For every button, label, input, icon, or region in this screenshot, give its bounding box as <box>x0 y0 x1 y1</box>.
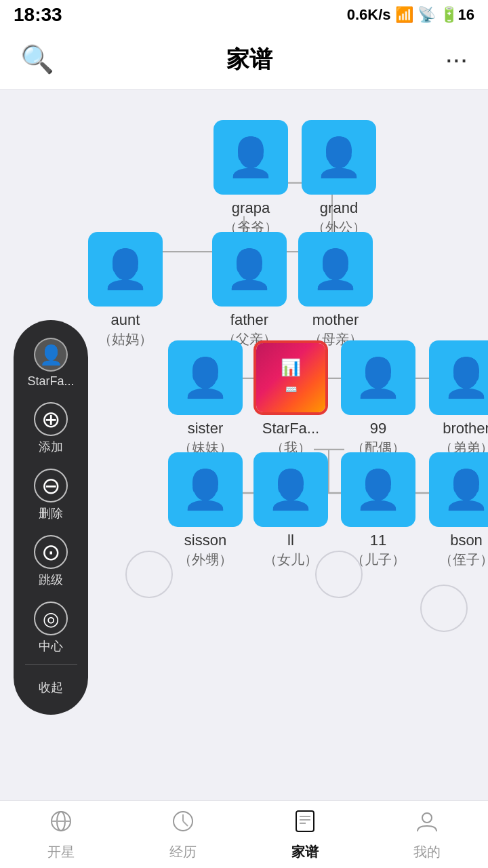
add-icon: ⊕ <box>34 402 68 436</box>
tab-jingji[interactable]: 经历 <box>122 808 244 861</box>
label-99: 99 （配偶） <box>351 419 405 456</box>
center-icon: ◎ <box>34 601 68 635</box>
tab-kaixin-label: 开星 <box>47 843 75 861</box>
tab-bar: 开星 经历 家谱 我的 <box>0 800 488 868</box>
tab-wode-label: 我的 <box>413 843 441 861</box>
status-bar: 18:33 0.6K/s 📶 📡 🔋16 <box>0 0 488 30</box>
avatar-11: 👤 <box>341 452 415 527</box>
user-avatar-icon: 👤 <box>34 338 68 372</box>
tab-jiapu-label: 家谱 <box>291 843 319 861</box>
avatar-grand: 👤 <box>302 120 376 195</box>
node-starfa[interactable]: 📊⌨️ StarFa... （我） <box>253 340 328 456</box>
label-grand: grand （外公） <box>312 199 366 236</box>
node-grapa[interactable]: 👤 grapa （爷爷） <box>214 120 288 236</box>
label-starfa: StarFa... （我） <box>262 419 319 456</box>
node-sister[interactable]: 👤 sister （妹妹） <box>168 340 243 456</box>
sidebar-delete-label: 删除 <box>39 505 63 521</box>
svg-point-31 <box>422 813 432 823</box>
status-time: 18:33 <box>14 4 62 26</box>
status-speed: 0.6K/s <box>347 6 391 24</box>
avatar-aunt: 👤 <box>88 232 163 307</box>
more-button[interactable]: ··· <box>445 44 468 75</box>
delete-icon: ⊖ <box>34 469 68 502</box>
sidebar-user-label: StarFa... <box>27 374 74 389</box>
avatar-ll: 👤 <box>253 452 328 527</box>
node-99[interactable]: 👤 99 （配偶） <box>341 340 415 456</box>
sidebar-center-label: 中心 <box>39 638 63 654</box>
sidebar-collapse-button[interactable]: 收起 <box>14 667 88 708</box>
avatar-sisson: 👤 <box>168 452 243 527</box>
avatar-starfa: 📊⌨️ <box>253 340 328 415</box>
node-brother[interactable]: 👤 brother （弟弟） <box>429 340 488 456</box>
sidebar-add-label: 添加 <box>39 439 63 455</box>
label-sister: sister （妹妹） <box>178 419 232 456</box>
tab-jiapu[interactable]: 家谱 <box>244 808 366 861</box>
sidebar-delete-button[interactable]: ⊖ 删除 <box>14 462 88 528</box>
sidebar-collapse-label: 收起 <box>39 674 63 701</box>
label-grapa: grapa （爷爷） <box>224 199 278 236</box>
sidebar-add-button[interactable]: ⊕ 添加 <box>14 395 88 462</box>
label-brother: brother （弟弟） <box>439 419 488 456</box>
page-title: 家谱 <box>226 44 272 75</box>
node-aunt[interactable]: 👤 aunt （姑妈） <box>88 232 163 348</box>
avatar-father: 👤 <box>212 232 287 307</box>
avatar-mother: 👤 <box>298 232 373 307</box>
sidebar-jump-button[interactable]: ⊙ 跳级 <box>14 528 88 595</box>
sidebar-user[interactable]: 👤 StarFa... <box>14 331 88 395</box>
wifi-icon: 📡 <box>418 6 436 24</box>
jingji-icon <box>170 808 196 840</box>
svg-rect-27 <box>296 811 314 831</box>
node-grand[interactable]: 👤 grand （外公） <box>302 120 376 236</box>
wode-icon <box>414 808 440 840</box>
battery-icon: 🔋16 <box>440 6 474 24</box>
main-content: 👤 grapa （爷爷） 👤 grand （外公） 👤 aunt （姑妈） 👤 <box>0 90 488 802</box>
status-right: 0.6K/s 📶 📡 🔋16 <box>347 6 474 24</box>
node-father[interactable]: 👤 father （父亲） <box>212 232 287 348</box>
search-button[interactable]: 🔍 <box>20 43 54 75</box>
bottom-circle-1 <box>125 551 173 598</box>
svg-line-26 <box>183 821 188 826</box>
avatar-bson: 👤 <box>429 452 488 527</box>
avatar-grapa: 👤 <box>214 120 288 195</box>
jump-icon: ⊙ <box>34 535 68 569</box>
bottom-circle-3 <box>420 585 468 632</box>
avatar-99: 👤 <box>341 340 415 415</box>
bottom-circle-2 <box>315 551 363 598</box>
jiapu-icon <box>292 808 318 840</box>
sidebar-jump-label: 跳级 <box>39 572 63 588</box>
tab-jingji-label: 经历 <box>169 843 197 861</box>
avatar-sister: 👤 <box>168 340 243 415</box>
header: 🔍 家谱 ··· <box>0 30 488 90</box>
label-aunt: aunt （姑妈） <box>98 311 152 348</box>
kaixin-icon <box>48 808 74 840</box>
tab-wode[interactable]: 我的 <box>366 808 488 861</box>
sidebar: 👤 StarFa... ⊕ 添加 ⊖ 删除 ⊙ 跳级 ◎ 中心 收起 <box>14 320 88 715</box>
node-mother[interactable]: 👤 mother （母亲） <box>298 232 373 348</box>
sidebar-divider <box>25 664 77 665</box>
sidebar-center-button[interactable]: ◎ 中心 <box>14 595 88 661</box>
signal-icon: 📶 <box>395 6 413 24</box>
tab-kaixin[interactable]: 开星 <box>0 808 122 861</box>
avatar-brother: 👤 <box>429 340 488 415</box>
